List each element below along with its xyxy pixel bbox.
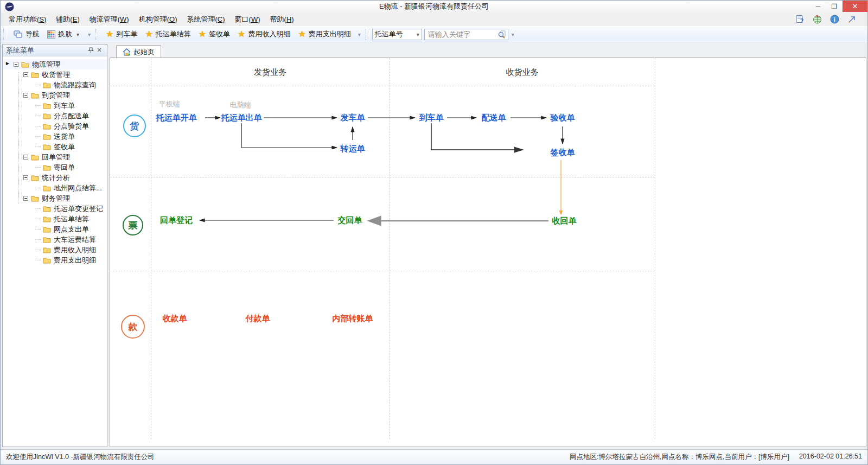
- folder-icon: [31, 175, 39, 181]
- expander-icon[interactable]: [23, 93, 28, 98]
- keyword-search-box: [424, 29, 508, 40]
- node-payment-out[interactable]: 付款单: [246, 314, 270, 324]
- device-label-tablet: 平板端: [159, 99, 180, 109]
- workflow-diagram: 发货业务 收货业务 货 票 款 平板端 电脑端: [110, 58, 866, 447]
- expander-icon[interactable]: [23, 175, 28, 180]
- globe-icon[interactable]: [813, 15, 822, 24]
- overlapping-windows-icon: [14, 30, 23, 39]
- folder-icon: [43, 206, 51, 212]
- selection-arrow-icon: ►: [5, 60, 10, 66]
- search-category-select[interactable]: 托运单号 ▾: [372, 29, 422, 40]
- row-badge-goods: 货: [123, 114, 146, 137]
- status-welcome: 欢迎使用JincWl V1.0 -新疆银河物流有限责任公司: [6, 453, 155, 462]
- node-internal-transfer[interactable]: 内部转账单: [333, 314, 373, 324]
- tab-start-page[interactable]: 起始页: [116, 45, 161, 58]
- info-icon[interactable]: i: [830, 15, 839, 24]
- node-transfer-order[interactable]: 转运单: [341, 144, 365, 154]
- toolbar-overflow-button[interactable]: ▾: [86, 30, 93, 39]
- menu-common-functions[interactable]: 常用功能(S): [4, 13, 51, 26]
- folder-icon: [43, 216, 51, 222]
- star-icon: ★: [298, 30, 305, 39]
- row-badge-money: 款: [121, 315, 145, 339]
- expander-icon[interactable]: [14, 62, 18, 67]
- chevron-down-icon: ▾: [417, 31, 419, 37]
- menu-window[interactable]: 窗口(W): [230, 13, 265, 26]
- menu-logistics-management[interactable]: 物流管理(W): [85, 13, 134, 26]
- change-skin-button[interactable]: 换肤 ▾: [43, 28, 85, 41]
- node-payment-in[interactable]: 收款单: [163, 314, 187, 324]
- status-site-info: 网点地区:博尔塔拉蒙古自治州,网点名称：博乐网点,当前用户：[博乐用户]: [570, 453, 789, 462]
- tree-item-income-detail[interactable]: 费用收入明细: [3, 245, 107, 255]
- content-area: 系统菜单 ✕ ► 物流管理 收货管理 物流跟踪查询 到货管理 到车单 分点配送单…: [1, 42, 867, 449]
- folder-icon: [21, 61, 29, 68]
- search-input[interactable]: [428, 30, 497, 39]
- search-icon[interactable]: [497, 30, 506, 39]
- star-icon: ★: [238, 30, 245, 39]
- system-menu-title: 系统菜单: [6, 46, 86, 55]
- folder-icon: [43, 144, 51, 150]
- node-receipt-collect[interactable]: 收回单: [552, 216, 577, 226]
- navigate-button[interactable]: 导航: [10, 28, 43, 41]
- expander-icon[interactable]: [23, 196, 28, 201]
- grid-line: [110, 271, 655, 271]
- toolbar-grip[interactable]: [3, 29, 7, 40]
- favorite-consign-settlement-button[interactable]: ★托运单结算: [141, 28, 194, 41]
- toolbar-grip[interactable]: [366, 29, 369, 40]
- home-icon: [123, 48, 131, 56]
- favorite-arrival-order-button[interactable]: ★到车单: [102, 28, 141, 41]
- node-inspection-order[interactable]: 验收单: [551, 113, 575, 123]
- row-badge-ticket: 票: [123, 215, 143, 235]
- tree-guide-line: [18, 72, 19, 203]
- tree-item-logistics-management[interactable]: 物流管理: [3, 59, 107, 69]
- tree-item-branch-expense-order[interactable]: 网点支出单: [3, 224, 107, 234]
- star-icon: ★: [106, 30, 113, 39]
- tree-item-truck-freight-settlement[interactable]: 大车运费结算: [3, 234, 107, 245]
- favorite-expense-detail-button[interactable]: ★费用支出明细: [294, 28, 354, 41]
- favorite-income-detail-button[interactable]: ★费用收入明细: [234, 28, 294, 41]
- grid-line: [110, 86, 655, 86]
- help-doc-icon[interactable]: ?: [795, 15, 805, 24]
- expander-icon[interactable]: [23, 72, 28, 77]
- system-menu-header: 系统菜单 ✕: [3, 44, 107, 56]
- grid-line: [655, 58, 655, 439]
- folder-icon: [43, 185, 51, 192]
- folder-icon: [43, 247, 51, 253]
- pin-icon[interactable]: [86, 46, 95, 55]
- toolbar-overflow-button[interactable]: ▾: [509, 30, 516, 39]
- exit-icon[interactable]: [847, 15, 857, 24]
- menu-organization-management[interactable]: 机构管理(O): [134, 13, 182, 26]
- status-bar: 欢迎使用JincWl V1.0 -新疆银河物流有限责任公司 网点地区:博尔塔拉蒙…: [1, 449, 867, 464]
- tree-item-expense-detail[interactable]: 费用支出明细: [3, 255, 107, 265]
- expander-icon[interactable]: [23, 155, 28, 160]
- folder-icon: [31, 154, 39, 161]
- folder-icon: [43, 82, 51, 88]
- svg-text:i: i: [834, 17, 835, 23]
- column-header-receiving: 收货业务: [390, 67, 655, 78]
- close-panel-icon[interactable]: ✕: [95, 46, 104, 55]
- node-sign-order[interactable]: 签收单: [551, 148, 575, 158]
- toolbar-overflow-button[interactable]: ▾: [356, 30, 363, 39]
- tree-item-consign-settlement[interactable]: 托运单结算: [3, 214, 107, 224]
- restore-button[interactable]: ❐: [826, 1, 843, 12]
- favorite-sign-order-button[interactable]: ★签收单: [195, 28, 234, 41]
- tree-item-consign-change-register[interactable]: 托运单变更登记: [3, 203, 107, 214]
- toolbar-grip[interactable]: [95, 29, 99, 40]
- menu-help[interactable]: 帮助(H): [265, 13, 299, 26]
- minimize-button[interactable]: ─: [810, 1, 826, 12]
- node-receipt-submit[interactable]: 交回单: [338, 215, 362, 226]
- node-dispatch-order[interactable]: 发车单: [341, 113, 365, 123]
- folder-icon: [43, 123, 51, 130]
- node-consign-create[interactable]: 托运单开单: [156, 113, 197, 123]
- menu-assist[interactable]: 辅助(E): [51, 13, 84, 26]
- tab-label: 起始页: [133, 47, 155, 57]
- menu-system-management[interactable]: 系统管理(C): [182, 13, 230, 26]
- column-header-shipping: 发货业务: [151, 67, 390, 78]
- folder-icon: [43, 257, 51, 264]
- node-delivery-order[interactable]: 配送单: [482, 113, 506, 123]
- node-arrival-order[interactable]: 到车单: [419, 113, 444, 123]
- grid-line: [110, 177, 655, 177]
- folder-icon: [31, 72, 39, 78]
- close-button[interactable]: ✕: [843, 1, 867, 12]
- node-receipt-register[interactable]: 回单登记: [160, 215, 193, 226]
- node-consign-issue[interactable]: 托运单出单: [221, 113, 262, 123]
